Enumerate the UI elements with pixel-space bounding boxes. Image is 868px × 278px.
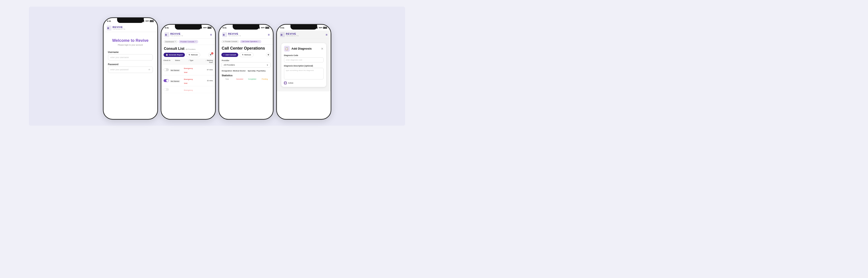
eye-icon: 👁 <box>148 68 150 71</box>
type-row-3: Emergency <box>184 88 204 92</box>
designation-row: Designation: Medical Doctor Specialty: P… <box>219 69 273 73</box>
phone-call-center: 9:41 ▐▌▌ WiFi ▓▓▓ R REVIVE TELEHEALTH <box>218 24 274 120</box>
tab-dashboard[interactable]: Dashboard ✕ <box>163 40 178 44</box>
battery-icon-2: ▓▓▓ <box>208 27 212 29</box>
hamburger-consult[interactable]: ≡ <box>210 33 212 36</box>
consult-table-header: Check In Status ↓ Type ↓ Waiting Time <box>161 58 215 64</box>
consult-list-title-row: Consult List All Providers <box>161 45 215 52</box>
revive-logo-login: R REVIVE TELEHEALTH <box>107 26 126 30</box>
login-welcome-text: Welcome to Revive <box>112 38 149 43</box>
username-input[interactable]: enter your username <box>108 54 153 60</box>
revive-logo-diag: R REVIVE TELEHEALTH <box>280 32 299 37</box>
password-label: Password <box>108 63 153 65</box>
consult-list-content: R REVIVE TELEHEALTH ≡ Dashboard ✕ Provid… <box>161 30 215 119</box>
toggle-row-3[interactable] <box>163 88 169 91</box>
tab-dashboard-close[interactable]: ✕ <box>175 41 176 43</box>
svg-text:R: R <box>107 27 109 30</box>
status-row-2: Not Started <box>170 79 183 83</box>
cco-page-title: Call Center Operations <box>219 45 273 52</box>
login-form: Username enter your username Password en… <box>108 51 153 76</box>
generate-report-button[interactable]: 📋 Generate Report <box>163 53 185 57</box>
filter-badge: 2 <box>211 52 213 55</box>
hamburger-cco[interactable]: ≡ <box>268 33 270 36</box>
revive-logo-text-3: REVIVE TELEHEALTH <box>228 32 241 37</box>
consult-row-3: Emergency <box>161 86 215 93</box>
revive-logo-icon-2: R <box>164 32 169 37</box>
modal-close-button[interactable]: ✕ <box>321 47 323 51</box>
toggle-row-1[interactable] <box>163 68 169 71</box>
consult-tabs: Dashboard ✕ Provider Consults ✕ <box>161 39 215 45</box>
refresh-button-consult[interactable]: ↻ Refresh <box>186 53 200 57</box>
add-consult-button[interactable]: + Add Consult <box>221 53 238 57</box>
diagnosis-modal-icon: 📋 <box>284 46 290 52</box>
revive-logo-icon: R <box>107 26 112 30</box>
battery-icon: ▓▓▓ <box>150 20 154 22</box>
revive-logo-text-4: REVIVE TELEHEALTH <box>286 32 299 37</box>
add-diagnosis-modal: 📋 Add Diagnosis ✕ Diagnosis Code enter d… <box>281 43 326 87</box>
consult-row-2: Not Started EmergencyVisit 32 mins <box>161 75 215 86</box>
refresh-icon-cco: ↻ <box>242 54 244 56</box>
revive-logo-icon-4: R <box>280 32 285 37</box>
stat-canceled-label: Canceled <box>234 78 245 80</box>
phone-add-diagnosis: 9:41 ▐▌▌ WiFi ▓▓▓ R REVIVE TELEHEALTH <box>276 24 331 120</box>
toggle-row-2[interactable] <box>163 79 169 82</box>
chevron-down-icon: ∨ <box>267 64 268 66</box>
wifi-icon-2: WiFi <box>203 27 207 29</box>
provider-select[interactable]: All Providers ∨ <box>221 62 271 67</box>
tab-provider-consults-cco[interactable]: ✕ Provider Consults <box>221 40 239 43</box>
modal-icon-title: 📋 Add Diagnosis <box>284 46 312 52</box>
diagnosis-code-input[interactable]: enter diagnosis code <box>284 57 323 62</box>
svg-text:R: R <box>165 34 167 36</box>
filter-button-consult[interactable]: ⚙ 2 <box>208 53 213 57</box>
time-consult: 9:41 <box>165 27 169 29</box>
stat-completed-label: Completed <box>247 78 258 80</box>
refresh-button-cco[interactable]: ↻ Refresh <box>240 53 253 57</box>
col-status-header: Status <box>175 59 188 63</box>
filter-icon: ⚙ <box>210 54 211 56</box>
tab-x-pc[interactable]: ✕ <box>223 41 224 43</box>
cco-content: R REVIVE TELEHEALTH ≡ ✕ Provider Consult… <box>219 30 273 119</box>
hamburger-diag[interactable]: ≡ <box>326 33 327 36</box>
diagnosis-desc-textarea[interactable]: type something about the diagnosis <box>284 68 323 79</box>
refresh-icon-consult: ↻ <box>189 54 190 56</box>
diagnosis-desc-label: Diagnosis Description (optional) <box>284 65 323 67</box>
login-form-area: Welcome to Revive Please login to your a… <box>103 32 157 80</box>
wait-row-1: 67 mins <box>205 69 213 71</box>
battery-icon-4: ▓▓▓ <box>323 27 327 29</box>
time-login: 9:41 <box>107 20 111 22</box>
active-label: Active <box>288 82 293 84</box>
username-label: Username <box>108 51 153 53</box>
tab-provider-consults[interactable]: Provider Consults ✕ <box>179 40 198 44</box>
revive-logo-cco: R REVIVE TELEHEALTH <box>222 32 241 37</box>
tab-provider-consults-close[interactable]: ✕ <box>195 41 196 43</box>
stat-total-label: Total <box>222 78 232 80</box>
active-checkbox-row: ✓ Active <box>284 82 323 84</box>
consult-row-1: Not Started EmergencyVisit 67 mins <box>161 64 215 75</box>
diagnosis-code-label: Diagnosis Code <box>284 54 323 56</box>
statistics-title: Statistics <box>219 73 273 78</box>
wifi-icon-4: WiFi <box>319 27 322 29</box>
password-input[interactable]: enter your password 👁 <box>108 66 153 73</box>
tab-cco-close[interactable]: ✕ <box>258 41 259 43</box>
time-diag: 9:41 <box>280 27 284 29</box>
diag-content: R REVIVE TELEHEALTH ≡ 📋 <box>277 30 331 119</box>
notch-cco <box>232 25 259 30</box>
modal-overlay: 📋 Add Diagnosis ✕ Diagnosis Code enter d… <box>277 39 331 91</box>
login-screen-content: R REVIVE TELEHEALTH Welcome to Revive Pl… <box>103 24 157 119</box>
consult-list-sub: All Providers <box>186 48 195 50</box>
type-row-2: EmergencyVisit <box>184 77 204 85</box>
tab-call-center[interactable]: Call Center Operations ✕ <box>240 40 261 43</box>
consult-header: R REVIVE TELEHEALTH ≡ <box>161 30 215 39</box>
notch-login <box>117 18 144 23</box>
type-row-1: EmergencyVisit <box>184 66 204 74</box>
active-checkbox[interactable]: ✓ <box>284 82 287 84</box>
svg-text:R: R <box>281 34 282 36</box>
status-row-1: Not Started <box>170 68 183 72</box>
wifi-icon-3: WiFi <box>261 27 265 29</box>
notch-diag <box>290 25 317 30</box>
col-wait-header: ↓ Waiting Time <box>204 59 213 63</box>
modal-title: Add Diagnosis <box>291 47 312 50</box>
phones-container: 9:41 ▐▌▌ WiFi ▓▓▓ R REVIVE TELEHEALTH <box>103 17 331 122</box>
filter-button-cco[interactable]: ⚙ <box>266 53 271 57</box>
diag-header: R REVIVE TELEHEALTH ≡ <box>277 30 331 39</box>
